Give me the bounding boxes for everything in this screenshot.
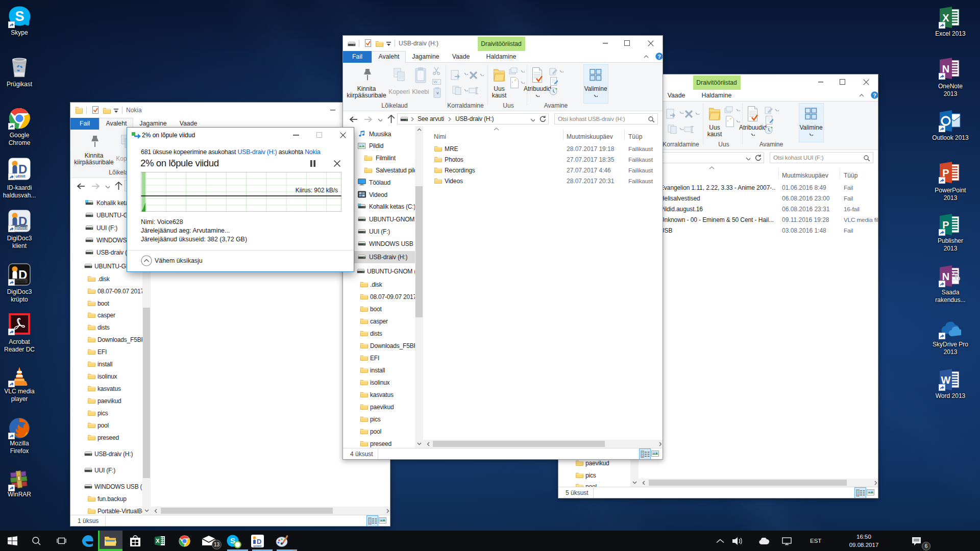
svg-text:?: ? — [657, 54, 661, 60]
svg-text:updater: updater — [253, 545, 262, 547]
svg-text:utiliit: utiliit — [15, 174, 25, 179]
svg-text:...: ... — [436, 80, 439, 84]
svg-text:?: ? — [873, 92, 876, 98]
svg-text:S: S — [15, 9, 24, 24]
svg-text:krüpto: krüpto — [13, 279, 26, 284]
svg-text:X: X — [156, 538, 160, 544]
